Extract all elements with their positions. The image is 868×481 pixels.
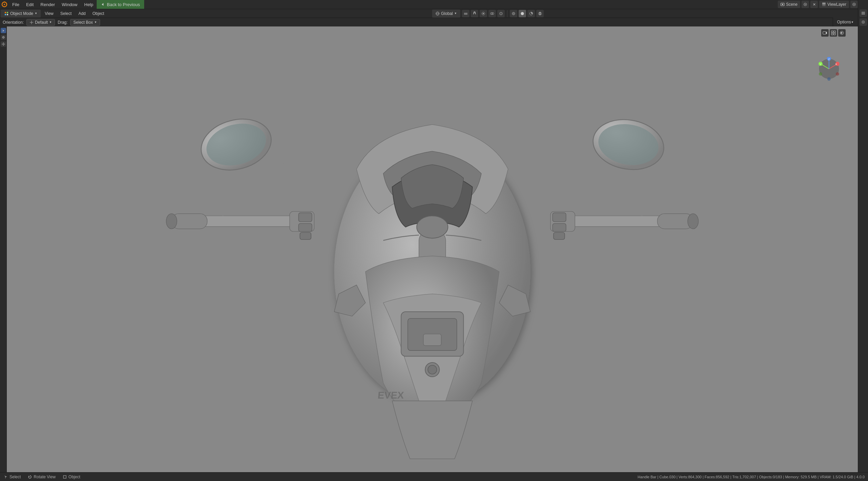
orientation-label: Orientation:: [3, 20, 24, 25]
menu-render[interactable]: Render: [37, 0, 58, 9]
svg-rect-13: [5, 12, 6, 13]
scene-label: Scene: [786, 2, 797, 7]
svg-text:X: X: [835, 63, 837, 66]
menu-edit[interactable]: Edit: [23, 0, 37, 9]
select-box-label: Select Box: [73, 20, 93, 25]
scooter-model: EVEX: [7, 26, 858, 472]
overlay-icon-btn[interactable]: [488, 10, 496, 17]
svg-point-59: [688, 214, 698, 229]
svg-marker-3: [102, 3, 103, 6]
svg-point-91: [836, 72, 839, 76]
bottom-status-bar: Select Rotate View Object Handle Bar | C…: [0, 472, 868, 481]
svg-marker-50: [4, 44, 5, 45]
select-box-dropdown[interactable]: Select Box ▼: [70, 19, 100, 26]
drag-label: Drag:: [58, 20, 67, 25]
rotate-status-label: Rotate View: [34, 475, 55, 479]
svg-rect-65: [298, 213, 312, 222]
shading-render-btn[interactable]: [536, 10, 544, 17]
object-menu-btn[interactable]: Object: [89, 9, 108, 18]
viewport-render-btn[interactable]: [838, 29, 846, 37]
scene-close-btn[interactable]: ✕: [810, 1, 818, 8]
shading-solid-btn[interactable]: [519, 10, 526, 17]
svg-marker-49: [2, 44, 2, 45]
back-to-previous-btn[interactable]: Back to Previous: [97, 0, 144, 9]
drag-label-text: Drag:: [55, 19, 70, 25]
select-status: Select: [0, 475, 24, 479]
select-tool-btn[interactable]: [1, 28, 6, 33]
svg-point-55: [166, 214, 177, 229]
svg-point-89: [827, 77, 831, 81]
orientation-label-text: Orientation:: [0, 19, 26, 25]
svg-rect-14: [7, 12, 8, 13]
svg-rect-67: [300, 232, 311, 239]
move-tool-btn[interactable]: [1, 41, 6, 47]
orientation-dropdown[interactable]: Default ▼: [26, 19, 55, 26]
viewport-camera-btn[interactable]: [821, 29, 829, 37]
view-menu-btn[interactable]: View: [41, 9, 57, 18]
svg-point-90: [819, 72, 822, 76]
svg-point-27: [492, 13, 494, 15]
svg-text:Z: Z: [828, 58, 830, 61]
menu-help[interactable]: Help: [81, 0, 97, 9]
viewlayer-icon: [822, 2, 826, 6]
svg-marker-48: [3, 45, 4, 46]
global-icon: [436, 12, 440, 16]
cursor-tool-btn[interactable]: [1, 35, 6, 40]
svg-rect-74: [423, 334, 441, 346]
svg-point-76: [428, 365, 437, 374]
rotate-icon: [27, 475, 32, 479]
svg-point-33: [521, 12, 524, 15]
object-status-icon: [62, 475, 67, 479]
rotate-status: Rotate View: [24, 475, 59, 479]
back-to-previous-label: Back to Previous: [107, 2, 140, 7]
select-icon: [3, 475, 8, 479]
svg-point-7: [805, 4, 806, 5]
svg-text:Y: Y: [819, 63, 822, 66]
scene-settings-btn[interactable]: [802, 1, 809, 8]
proportional-icon-btn[interactable]: [480, 10, 487, 17]
menu-window[interactable]: Window: [58, 0, 81, 9]
viewlayer-selector[interactable]: ViewLayer: [819, 1, 849, 8]
xray-icon-btn[interactable]: [497, 10, 505, 17]
svg-rect-101: [862, 14, 865, 15]
orientation-chevron: ▼: [49, 21, 52, 24]
scene-selector[interactable]: Scene: [778, 1, 800, 8]
properties-btn[interactable]: [860, 18, 867, 26]
options-btn[interactable]: Options ▼: [833, 18, 858, 26]
outliner-btn[interactable]: [860, 9, 867, 17]
viewport-grid-btn[interactable]: [830, 29, 837, 37]
viewlayer-settings-btn[interactable]: [850, 1, 858, 8]
transform-global-btn[interactable]: Global ▼: [432, 9, 460, 18]
select-box-chevron: ▼: [94, 21, 97, 24]
svg-rect-16: [7, 14, 8, 15]
orientation-value: Default: [35, 20, 48, 25]
blender-logo: [0, 0, 9, 9]
object-mode-btn[interactable]: Object Mode ▼: [1, 9, 41, 18]
stats-right: Handle Bar | Cube.030 | Verts:864,300 | …: [634, 475, 868, 479]
transform-controls: Global ▼: [431, 9, 544, 18]
svg-rect-99: [862, 12, 865, 13]
svg-rect-94: [831, 31, 833, 33]
svg-rect-8: [822, 3, 826, 4]
grab-icon-btn[interactable]: [462, 10, 469, 17]
svg-text:EVEX: EVEX: [377, 390, 405, 401]
svg-rect-68: [553, 213, 566, 222]
axis-gizmo[interactable]: X Y Z: [817, 57, 841, 81]
svg-rect-70: [554, 232, 565, 239]
svg-rect-19: [464, 13, 467, 13]
svg-point-24: [483, 13, 484, 14]
shading-wire-btn[interactable]: [510, 10, 517, 17]
select-label: Select: [60, 11, 72, 16]
viewlayer-label: ViewLayer: [827, 2, 846, 7]
svg-point-12: [854, 4, 855, 5]
stats-text: Handle Bar | Cube.030 | Verts:864,300 | …: [638, 475, 865, 479]
viewport[interactable]: EVEX X Y Z: [7, 26, 858, 472]
shading-material-btn[interactable]: [527, 10, 535, 17]
menu-file[interactable]: File: [9, 0, 23, 9]
magnet-icon-btn[interactable]: [471, 10, 478, 17]
select-menu-btn[interactable]: Select: [57, 9, 75, 18]
add-menu-btn[interactable]: Add: [75, 9, 89, 18]
scene-icon: [780, 2, 785, 6]
view-label: View: [45, 11, 54, 16]
svg-point-78: [417, 216, 448, 238]
